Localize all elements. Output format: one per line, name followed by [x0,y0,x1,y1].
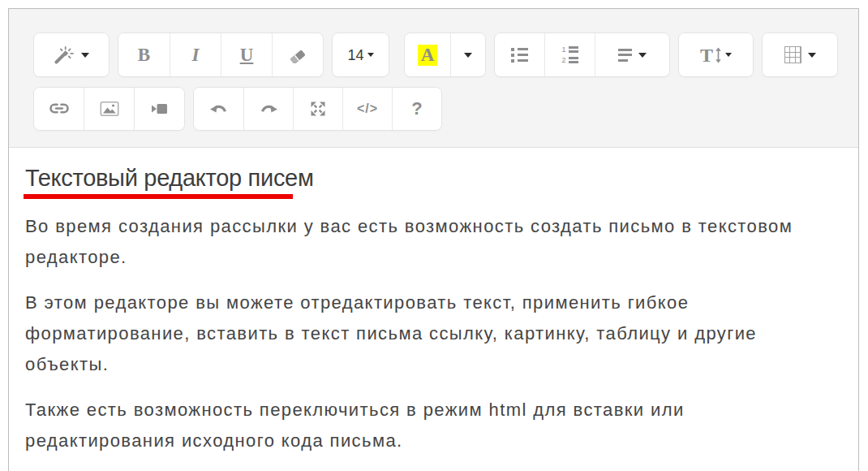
magic-wand-icon [54,46,75,64]
up-down-arrow-icon [715,47,722,63]
toolbar-row-1: B I U [33,32,858,77]
text-color-dropdown-button[interactable] [450,33,485,76]
paragraph-1: Во время создания рассылки у вас есть во… [25,211,836,273]
underline-label: U [240,45,254,64]
font-size-button[interactable]: 14 [333,33,389,76]
text-color-button[interactable]: A [405,33,450,76]
chevron-down-icon [464,53,472,58]
html-code-button[interactable]: </> [342,88,392,130]
bold-button[interactable]: B [118,33,170,76]
history-tools-group: </> ? [193,87,442,131]
align-button[interactable] [595,33,669,76]
toolbar-row-2: </> ? [33,87,858,131]
paragraph-line: объекты. [25,349,836,380]
paragraph-line: редактирования исходного кода письма. [25,426,836,456]
line-height-label: T [700,45,713,65]
align-icon [618,49,632,62]
italic-label: I [192,45,200,64]
bold-label: B [138,45,150,64]
insert-link-button[interactable] [34,88,84,130]
video-icon [150,102,169,116]
paragraph-2: В этом редакторе вы можете отредактирова… [25,287,836,380]
code-icon: </> [357,102,378,116]
insert-video-button[interactable] [134,88,184,130]
text-format-group: B I U [118,32,324,77]
font-size-group: 14 [332,32,389,77]
line-height-group: T [678,32,754,77]
help-icon: ? [411,98,422,119]
font-size-value: 14 [347,48,363,63]
chevron-down-icon [808,53,816,58]
insert-table-button[interactable] [763,33,837,76]
undo-button[interactable] [194,88,243,130]
image-icon [100,101,119,117]
chevron-down-icon [638,53,647,58]
chevron-down-icon [725,53,732,57]
numbered-list-button[interactable]: 1 2 [544,33,595,76]
redo-button[interactable] [243,88,293,130]
redo-icon [259,102,278,116]
underline-button[interactable]: U [221,33,272,76]
table-icon [784,46,801,63]
chevron-down-icon [367,53,374,57]
paragraph-line: форматирование, вставить в текст письма … [25,318,836,349]
insert-image-button[interactable] [84,88,134,130]
eraser-icon [288,47,307,63]
undo-icon [209,102,229,116]
bullet-list-icon [511,48,528,63]
editor-content-area[interactable]: Текстовый редактор писем Во время создан… [9,148,858,456]
italic-button[interactable]: I [170,33,221,76]
text-color-group: A [404,32,486,77]
bullet-list-button[interactable] [495,33,544,76]
paragraph-line: редакторе. [25,242,836,273]
paragraph-line: В этом редакторе вы можете отредактирова… [25,287,836,318]
numbered-list-icon: 1 2 [561,46,578,64]
heading-red-underline [24,194,293,199]
text-color-icon: A [418,45,438,66]
line-height-button[interactable]: T [679,33,753,76]
clear-formatting-button[interactable] [272,33,323,76]
list-group: 1 2 [494,32,670,77]
chevron-down-icon [81,53,89,58]
email-text-editor: B I U [8,8,859,471]
insert-group [33,87,185,131]
document-heading: Текстовый редактор писем [25,164,836,192]
fullscreen-icon [310,101,326,117]
fullscreen-button[interactable] [293,88,342,130]
paragraph-line: Также есть возможность переключиться в р… [25,395,836,426]
table-group [762,32,838,77]
paragraph-line: Во время создания рассылки у вас есть во… [25,211,836,242]
link-icon [49,101,70,117]
magic-styles-button[interactable] [34,33,109,76]
help-button[interactable]: ? [392,88,441,130]
editor-toolbar: B I U [9,9,858,148]
magic-styles-group [33,32,110,77]
paragraph-3: Также есть возможность переключиться в р… [25,395,836,456]
